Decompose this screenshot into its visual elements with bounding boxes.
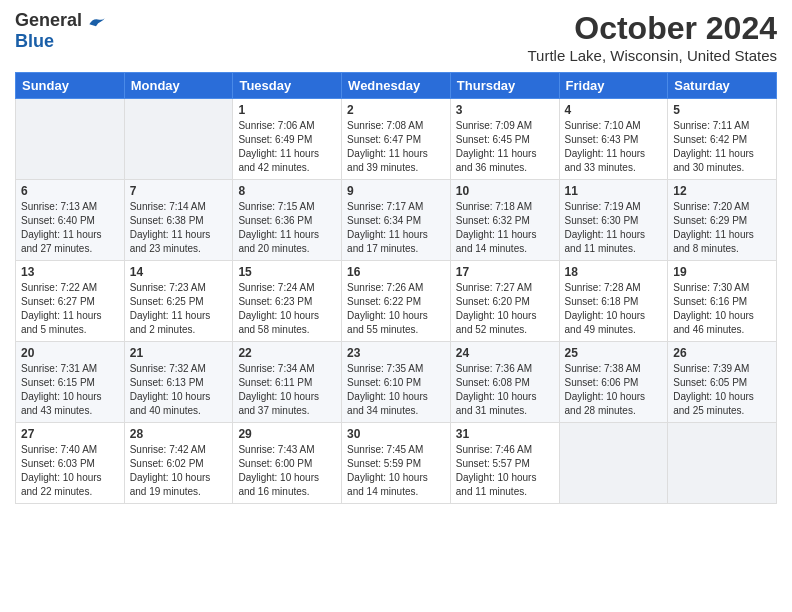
day-number: 30 (347, 427, 445, 441)
calendar-cell: 21Sunrise: 7:32 AMSunset: 6:13 PMDayligh… (124, 342, 233, 423)
calendar-week-row: 6Sunrise: 7:13 AMSunset: 6:40 PMDaylight… (16, 180, 777, 261)
calendar-cell: 23Sunrise: 7:35 AMSunset: 6:10 PMDayligh… (342, 342, 451, 423)
day-info: Sunrise: 7:06 AMSunset: 6:49 PMDaylight:… (238, 119, 336, 175)
calendar-cell: 19Sunrise: 7:30 AMSunset: 6:16 PMDayligh… (668, 261, 777, 342)
day-info: Sunrise: 7:09 AMSunset: 6:45 PMDaylight:… (456, 119, 554, 175)
day-number: 9 (347, 184, 445, 198)
header-monday: Monday (124, 73, 233, 99)
header-wednesday: Wednesday (342, 73, 451, 99)
calendar-cell: 8Sunrise: 7:15 AMSunset: 6:36 PMDaylight… (233, 180, 342, 261)
day-number: 14 (130, 265, 228, 279)
day-number: 16 (347, 265, 445, 279)
day-number: 22 (238, 346, 336, 360)
day-info: Sunrise: 7:19 AMSunset: 6:30 PMDaylight:… (565, 200, 663, 256)
calendar-cell (668, 423, 777, 504)
location-text: Turtle Lake, Wisconsin, United States (527, 47, 777, 64)
month-title: October 2024 (527, 10, 777, 47)
calendar-cell: 9Sunrise: 7:17 AMSunset: 6:34 PMDaylight… (342, 180, 451, 261)
calendar-cell: 14Sunrise: 7:23 AMSunset: 6:25 PMDayligh… (124, 261, 233, 342)
day-info: Sunrise: 7:34 AMSunset: 6:11 PMDaylight:… (238, 362, 336, 418)
calendar-cell: 6Sunrise: 7:13 AMSunset: 6:40 PMDaylight… (16, 180, 125, 261)
day-number: 8 (238, 184, 336, 198)
calendar-cell (124, 99, 233, 180)
calendar-cell (559, 423, 668, 504)
day-info: Sunrise: 7:27 AMSunset: 6:20 PMDaylight:… (456, 281, 554, 337)
calendar-cell: 5Sunrise: 7:11 AMSunset: 6:42 PMDaylight… (668, 99, 777, 180)
calendar-cell: 13Sunrise: 7:22 AMSunset: 6:27 PMDayligh… (16, 261, 125, 342)
day-info: Sunrise: 7:11 AMSunset: 6:42 PMDaylight:… (673, 119, 771, 175)
day-info: Sunrise: 7:18 AMSunset: 6:32 PMDaylight:… (456, 200, 554, 256)
day-number: 2 (347, 103, 445, 117)
day-number: 21 (130, 346, 228, 360)
day-info: Sunrise: 7:28 AMSunset: 6:18 PMDaylight:… (565, 281, 663, 337)
title-section: October 2024 Turtle Lake, Wisconsin, Uni… (527, 10, 777, 64)
day-number: 13 (21, 265, 119, 279)
day-number: 19 (673, 265, 771, 279)
page-header: General Blue October 2024 Turtle Lake, W… (15, 10, 777, 64)
calendar-cell: 28Sunrise: 7:42 AMSunset: 6:02 PMDayligh… (124, 423, 233, 504)
day-number: 18 (565, 265, 663, 279)
day-info: Sunrise: 7:20 AMSunset: 6:29 PMDaylight:… (673, 200, 771, 256)
day-number: 28 (130, 427, 228, 441)
day-info: Sunrise: 7:08 AMSunset: 6:47 PMDaylight:… (347, 119, 445, 175)
calendar-cell: 27Sunrise: 7:40 AMSunset: 6:03 PMDayligh… (16, 423, 125, 504)
day-info: Sunrise: 7:10 AMSunset: 6:43 PMDaylight:… (565, 119, 663, 175)
calendar-cell: 4Sunrise: 7:10 AMSunset: 6:43 PMDaylight… (559, 99, 668, 180)
day-info: Sunrise: 7:42 AMSunset: 6:02 PMDaylight:… (130, 443, 228, 499)
calendar-week-row: 13Sunrise: 7:22 AMSunset: 6:27 PMDayligh… (16, 261, 777, 342)
day-number: 20 (21, 346, 119, 360)
day-info: Sunrise: 7:38 AMSunset: 6:06 PMDaylight:… (565, 362, 663, 418)
day-info: Sunrise: 7:23 AMSunset: 6:25 PMDaylight:… (130, 281, 228, 337)
calendar-cell: 11Sunrise: 7:19 AMSunset: 6:30 PMDayligh… (559, 180, 668, 261)
calendar-cell: 24Sunrise: 7:36 AMSunset: 6:08 PMDayligh… (450, 342, 559, 423)
header-saturday: Saturday (668, 73, 777, 99)
day-number: 10 (456, 184, 554, 198)
day-info: Sunrise: 7:26 AMSunset: 6:22 PMDaylight:… (347, 281, 445, 337)
day-info: Sunrise: 7:40 AMSunset: 6:03 PMDaylight:… (21, 443, 119, 499)
calendar-cell: 2Sunrise: 7:08 AMSunset: 6:47 PMDaylight… (342, 99, 451, 180)
header-thursday: Thursday (450, 73, 559, 99)
logo: General Blue (15, 10, 106, 52)
calendar-cell (16, 99, 125, 180)
day-number: 17 (456, 265, 554, 279)
day-info: Sunrise: 7:35 AMSunset: 6:10 PMDaylight:… (347, 362, 445, 418)
header-sunday: Sunday (16, 73, 125, 99)
day-number: 5 (673, 103, 771, 117)
calendar-week-row: 1Sunrise: 7:06 AMSunset: 6:49 PMDaylight… (16, 99, 777, 180)
day-info: Sunrise: 7:31 AMSunset: 6:15 PMDaylight:… (21, 362, 119, 418)
calendar-cell: 17Sunrise: 7:27 AMSunset: 6:20 PMDayligh… (450, 261, 559, 342)
calendar-header-row: SundayMondayTuesdayWednesdayThursdayFrid… (16, 73, 777, 99)
day-number: 11 (565, 184, 663, 198)
day-info: Sunrise: 7:17 AMSunset: 6:34 PMDaylight:… (347, 200, 445, 256)
calendar-cell: 29Sunrise: 7:43 AMSunset: 6:00 PMDayligh… (233, 423, 342, 504)
day-info: Sunrise: 7:22 AMSunset: 6:27 PMDaylight:… (21, 281, 119, 337)
day-number: 15 (238, 265, 336, 279)
calendar-cell: 3Sunrise: 7:09 AMSunset: 6:45 PMDaylight… (450, 99, 559, 180)
day-info: Sunrise: 7:46 AMSunset: 5:57 PMDaylight:… (456, 443, 554, 499)
calendar-cell: 20Sunrise: 7:31 AMSunset: 6:15 PMDayligh… (16, 342, 125, 423)
day-info: Sunrise: 7:45 AMSunset: 5:59 PMDaylight:… (347, 443, 445, 499)
day-number: 6 (21, 184, 119, 198)
calendar-week-row: 20Sunrise: 7:31 AMSunset: 6:15 PMDayligh… (16, 342, 777, 423)
calendar-cell: 26Sunrise: 7:39 AMSunset: 6:05 PMDayligh… (668, 342, 777, 423)
calendar-cell: 7Sunrise: 7:14 AMSunset: 6:38 PMDaylight… (124, 180, 233, 261)
day-number: 27 (21, 427, 119, 441)
day-number: 12 (673, 184, 771, 198)
header-friday: Friday (559, 73, 668, 99)
day-number: 29 (238, 427, 336, 441)
calendar-cell: 25Sunrise: 7:38 AMSunset: 6:06 PMDayligh… (559, 342, 668, 423)
calendar-cell: 16Sunrise: 7:26 AMSunset: 6:22 PMDayligh… (342, 261, 451, 342)
day-number: 4 (565, 103, 663, 117)
day-number: 3 (456, 103, 554, 117)
header-tuesday: Tuesday (233, 73, 342, 99)
day-number: 7 (130, 184, 228, 198)
calendar-cell: 10Sunrise: 7:18 AMSunset: 6:32 PMDayligh… (450, 180, 559, 261)
day-number: 25 (565, 346, 663, 360)
calendar-cell: 1Sunrise: 7:06 AMSunset: 6:49 PMDaylight… (233, 99, 342, 180)
day-number: 26 (673, 346, 771, 360)
day-info: Sunrise: 7:39 AMSunset: 6:05 PMDaylight:… (673, 362, 771, 418)
calendar-cell: 22Sunrise: 7:34 AMSunset: 6:11 PMDayligh… (233, 342, 342, 423)
day-info: Sunrise: 7:13 AMSunset: 6:40 PMDaylight:… (21, 200, 119, 256)
calendar-cell: 30Sunrise: 7:45 AMSunset: 5:59 PMDayligh… (342, 423, 451, 504)
calendar-cell: 12Sunrise: 7:20 AMSunset: 6:29 PMDayligh… (668, 180, 777, 261)
